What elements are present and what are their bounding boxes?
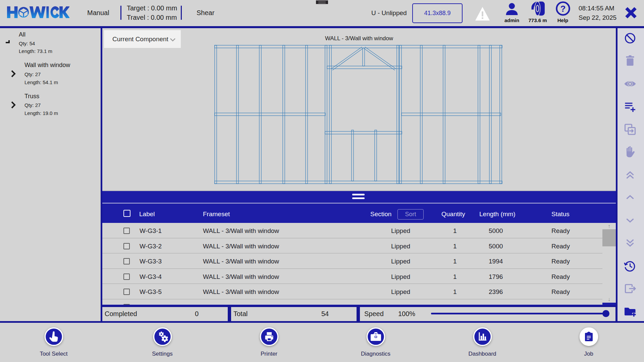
svg-text:?: ?	[560, 4, 566, 14]
